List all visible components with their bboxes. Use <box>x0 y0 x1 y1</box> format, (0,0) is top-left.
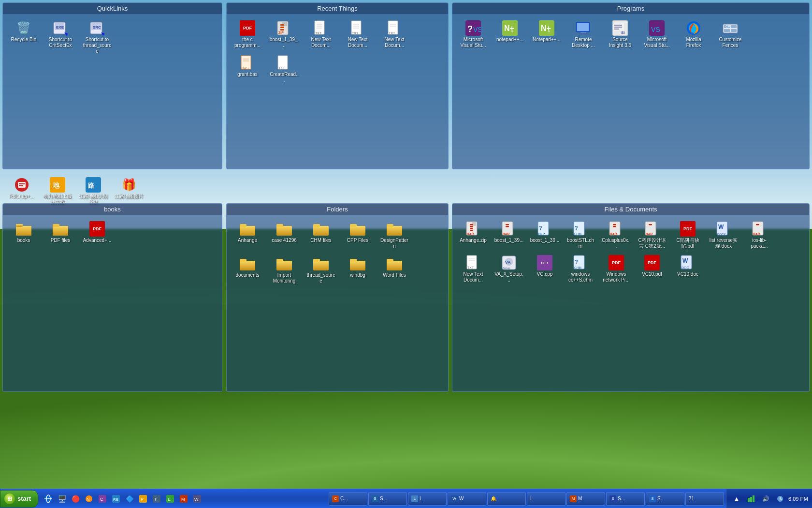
icon-windows-network-pdf[interactable]: PDF Windows network Pr... <box>599 253 633 285</box>
icon-firefox[interactable]: Mozilla Firefox <box>677 18 710 50</box>
icon-word-files-folder[interactable]: Word Files <box>377 254 411 286</box>
fence-quicklinks: QuickLinks 🗑️ Recycle Bin EXE Shortcut t… <box>2 2 222 169</box>
icon-windbg-folder[interactable]: windbg <box>341 254 375 286</box>
icon-cpp-folder[interactable]: CPP Files <box>341 219 375 251</box>
icon-advanced-pdf[interactable]: PDF Advanced+... <box>80 219 114 245</box>
svg-text:CF: CF <box>725 25 730 28</box>
icon-grant-bas[interactable]: BAS grant.bas <box>231 53 264 85</box>
svg-text:EXE: EXE <box>56 25 64 30</box>
icon-vax-setup[interactable]: VA Setup VA_X_Setup... <box>492 253 526 285</box>
icon-list-reverse-docx[interactable]: W DOCX list reverse实现.docx <box>707 219 740 251</box>
taskbar-icon-5[interactable]: 🔷 <box>123 493 136 505</box>
clock[interactable]: 6:09 PM <box>788 496 808 502</box>
systray-icon-network[interactable] <box>745 493 757 505</box>
fence-folders: Folders Anhange case 41296 CHM files C <box>226 203 449 392</box>
icon-jianglu-gift[interactable]: 🎁 江路地图图片 <box>112 175 146 207</box>
icon-createread[interactable]: TXT CreateRead... <box>267 53 301 85</box>
icon-vc10-pdf[interactable]: PDF VC10.pdf <box>635 253 669 285</box>
taskbar-icon-9[interactable]: M <box>177 493 190 505</box>
taskbar-app-71[interactable]: 71 <box>685 492 724 506</box>
icon-documents-folder[interactable]: documents <box>231 254 264 286</box>
icon-anhange-zip[interactable]: RAR Anhange.zip <box>456 219 490 251</box>
svg-text:RAR: RAR <box>610 232 617 236</box>
taskbar-icon-3[interactable]: C <box>96 493 109 505</box>
icon-rdlsnap[interactable]: Rdlsnap+... <box>5 175 39 207</box>
icon-new-text-1[interactable]: TXT New Text Docum... <box>304 18 338 50</box>
fence-books: books books <box>2 203 222 392</box>
icon-boost-zip[interactable]: ZIP boost_1_39_... <box>267 18 301 50</box>
taskbar-app-s3[interactable]: S S. <box>646 492 684 506</box>
icon-new-text-doc[interactable]: TXT New Text Docum... <box>456 253 490 285</box>
start-button[interactable]: ⊞ start <box>0 490 38 508</box>
systray-icon-1[interactable]: ▲ <box>730 493 743 505</box>
icon-dongliwang[interactable]: 地 动力地图出版社集教 <box>41 175 74 207</box>
taskbar-app-l[interactable]: L L <box>408 492 447 506</box>
icon-notepadpp-1[interactable]: N+ + notepad++... <box>493 18 527 50</box>
svg-rect-90 <box>470 230 473 231</box>
icon-thread-source-folder[interactable]: thread_source <box>304 254 338 286</box>
icon-new-text-3[interactable]: TXT New Text Docum... <box>377 18 411 50</box>
icon-windows-chm[interactable]: ? CHM windows cc++S.chm <box>564 253 597 285</box>
icon-c-design-rar[interactable]: RAR C程序设计语言 C第2版... <box>635 219 669 251</box>
icon-case-folder[interactable]: case 41296 <box>267 219 301 251</box>
taskbar-icon-6[interactable]: P <box>137 493 149 505</box>
icon-visual-studio-2[interactable]: VS Microsoft Visual Stu... <box>640 18 674 50</box>
svg-text:HLP: HLP <box>538 232 545 236</box>
icon-c-programming[interactable]: PDF the c programm... <box>231 18 264 50</box>
svg-rect-76 <box>276 224 283 227</box>
fence-files-title: Files & Documents <box>452 204 809 215</box>
icon-visual-studio-1[interactable]: ? VS Microsoft Visual Stu... <box>456 18 490 50</box>
fence-recent-things: Recent Things PDF the c programm... ZIP … <box>226 2 449 169</box>
taskbar-icon-8[interactable]: E <box>164 493 176 505</box>
svg-text:SRC: SRC <box>93 25 101 30</box>
icon-ios-lib-rar[interactable]: RAR ios-lib-packa... <box>742 219 776 251</box>
icon-import-monitoring-folder[interactable]: Import Monitoring <box>267 254 301 286</box>
icon-booststl-chm[interactable]: ? CHM boostSTL.chm <box>564 219 597 251</box>
taskbar-quicklaunch: 🖥️ 🔴 N C RE 🔷 P T E M W <box>40 493 327 505</box>
icon-boost-rar-2[interactable]: ? HLP boost_1_39... <box>528 219 562 251</box>
taskbar-icon-show-desktop[interactable]: 🖥️ <box>56 493 68 505</box>
fence-quicklinks-content: 🗑️ Recycle Bin EXE Shortcut to CritSectE… <box>3 15 222 60</box>
systray-icon-2[interactable]: 🔊 <box>759 493 772 505</box>
svg-rect-60 <box>731 25 737 28</box>
icon-anhange-folder[interactable]: Anhange <box>231 219 264 251</box>
icon-books-folder[interactable]: books <box>7 219 41 245</box>
taskbar-app-c[interactable]: C C... <box>329 492 367 506</box>
icon-thread-source[interactable]: SRC Shortcut to thread_source <box>80 18 114 56</box>
taskbar-app-l2[interactable]: L <box>527 492 566 506</box>
icon-boost-rar-1[interactable]: RAR boost_1_39... <box>492 219 526 251</box>
icon-vc10-doc[interactable]: W DOC VC10.doc <box>671 253 705 285</box>
taskbar-app-w[interactable]: W W <box>448 492 486 506</box>
icon-c-trap-pdf[interactable]: PDF C陷阱与缺陷.pdf <box>671 219 705 251</box>
taskbar-icon-1[interactable]: 🔴 <box>69 493 82 505</box>
icon-remote-desktop[interactable]: Remote Desktop ... <box>566 18 600 50</box>
icon-source-insight[interactable]: SI Source Insight 3.5 <box>603 18 637 50</box>
svg-text:+: + <box>548 29 551 34</box>
icon-cplusplus-rar[interactable]: RAR Cplusplus0x... <box>599 219 633 251</box>
taskbar-icon-10[interactable]: W <box>191 493 203 505</box>
standalone-desktop-icons: Rdlsnap+... 地 动力地图出版社集教 路 江路地图识别导航 🎁 江路地… <box>5 175 146 207</box>
taskbar-icon-ie[interactable] <box>42 493 55 505</box>
icon-jianglu-map[interactable]: 路 江路地图识别导航 <box>76 175 110 207</box>
taskbar-app-bell[interactable]: 🔔 <box>487 492 526 506</box>
icon-customize-fences[interactable]: CF Customize Fences <box>713 18 747 50</box>
taskbar-icon-7[interactable]: T <box>150 493 163 505</box>
icon-designpattern-folder[interactable]: DesignPattern <box>377 219 411 251</box>
icon-pdf-files-folder[interactable]: PDF files <box>44 219 77 245</box>
icon-vc-cpp[interactable]: C++ VC.cpp <box>528 253 562 285</box>
icon-notepadpp-2[interactable]: N+ + Notepad++... <box>530 18 564 50</box>
icon-critsectex[interactable]: EXE Shortcut to CritSectEx <box>44 18 77 56</box>
taskbar-app-m[interactable]: M M <box>566 492 605 506</box>
icon-chm-folder[interactable]: CHM files <box>304 219 338 251</box>
fence-recent-title: Recent Things <box>227 3 448 15</box>
taskbar-icon-2[interactable]: N <box>83 493 95 505</box>
icon-new-text-2[interactable]: TXT New Text Docum... <box>341 18 375 50</box>
icon-recycle-bin[interactable]: 🗑️ Recycle Bin <box>7 18 41 56</box>
taskbar-app-s[interactable]: S S... <box>368 492 407 506</box>
svg-text:RAR: RAR <box>503 232 509 236</box>
taskbar-app-s2[interactable]: S S... <box>606 492 645 506</box>
svg-text:BAS: BAS <box>242 66 248 70</box>
systray-icon-3[interactable] <box>774 493 786 505</box>
svg-rect-89 <box>470 228 473 229</box>
taskbar-icon-4[interactable]: RE <box>110 493 122 505</box>
